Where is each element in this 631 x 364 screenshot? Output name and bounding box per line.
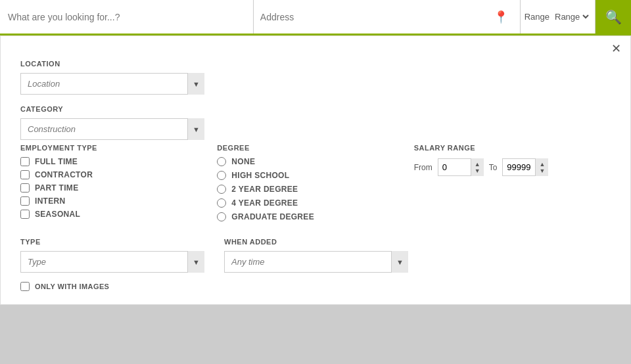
category-section-label: CATEGORY [20, 105, 611, 113]
category-select-wrap: Construction Technology Healthcare Finan… [20, 118, 204, 140]
location-select-wrap: Location New York Los Angeles Chicago ▼ [20, 73, 204, 95]
category-select[interactable]: Construction Technology Healthcare Finan… [20, 118, 204, 140]
degree-4year-radio[interactable] [217, 198, 226, 208]
only-images-label: ONLY WITH IMAGES [35, 283, 109, 290]
when-select-wrap: Any time Today Last 3 days Last week Las… [224, 251, 408, 273]
degree-graduate-label: GRADUATE DEGREE [231, 212, 314, 221]
salary-col: SALARY RANGE From 0 ▲▼ To 99999 ▲▼ [414, 144, 611, 226]
range-wrap: Range Range 5 mi 10 mi 25 mi 50 mi [521, 0, 596, 34]
type-select[interactable]: Type Full Time Part Time Contract [20, 251, 204, 273]
degree-graduate-item[interactable]: GRADUATE DEGREE [217, 212, 413, 221]
degree-none-label: NONE [231, 157, 255, 166]
salary-label: SALARY RANGE [414, 144, 611, 152]
salary-from-wrap: 0 ▲▼ [438, 158, 484, 176]
only-images-checkbox[interactable] [20, 282, 30, 291]
fulltime-label: FULL TIME [35, 157, 78, 166]
when-select[interactable]: Any time Today Last 3 days Last week Las… [224, 251, 408, 273]
contractor-checkbox[interactable] [20, 170, 30, 179]
salary-to-label: To [489, 163, 498, 172]
intern-checkbox[interactable] [20, 196, 30, 206]
search-button[interactable]: 🔍 [596, 0, 631, 34]
degree-label: DEGREE [217, 144, 413, 152]
salary-from-spinner[interactable]: ▲▼ [471, 158, 484, 176]
header-bar: 📍 Range Range 5 mi 10 mi 25 mi 50 mi 🔍 [0, 0, 631, 35]
seasonal-checkbox[interactable] [20, 210, 30, 219]
close-button[interactable]: ✕ [611, 43, 621, 55]
range-label: Range [525, 12, 549, 22]
salary-row: From 0 ▲▼ To 99999 ▲▼ [414, 158, 611, 176]
degree-2year-radio[interactable] [217, 185, 226, 194]
intern-item[interactable]: INTERN [20, 196, 217, 206]
search-icon: 🔍 [605, 9, 622, 25]
employment-col: EMPLOYMENT TYPE FULL TIME CONTRACTOR PAR… [20, 144, 217, 226]
degree-2year-label: 2 YEAR DEGREE [231, 185, 298, 194]
contractor-item[interactable]: CONTRACTOR [20, 170, 217, 179]
when-wrap: WHEN ADDED Any time Today Last 3 days La… [224, 238, 408, 273]
degree-none-radio[interactable] [217, 157, 226, 166]
type-wrap: TYPE Type Full Time Part Time Contract ▼ [20, 238, 204, 273]
parttime-label: PART TIME [35, 183, 78, 193]
intern-label: INTERN [35, 196, 65, 206]
employment-label: EMPLOYMENT TYPE [20, 144, 217, 152]
columns-section: EMPLOYMENT TYPE FULL TIME CONTRACTOR PAR… [20, 144, 611, 226]
degree-4year-label: 4 YEAR DEGREE [231, 198, 298, 208]
salary-from-label: From [414, 163, 432, 172]
parttime-checkbox[interactable] [20, 183, 30, 193]
fulltime-item[interactable]: FULL TIME [20, 157, 217, 166]
parttime-item[interactable]: PART TIME [20, 183, 217, 193]
degree-graduate-radio[interactable] [217, 212, 226, 221]
salary-to-wrap: 99999 ▲▼ [502, 158, 548, 176]
degree-highschool-label: HIGH SCHOOL [231, 171, 289, 180]
degree-4year-item[interactable]: 4 YEAR DEGREE [217, 198, 413, 208]
range-select[interactable]: Range 5 mi 10 mi 25 mi 50 mi [552, 11, 591, 22]
location-pin-icon: 📍 [494, 10, 508, 24]
seasonal-label: SEASONAL [35, 210, 80, 219]
fulltime-checkbox[interactable] [20, 157, 30, 166]
when-label: WHEN ADDED [224, 238, 408, 246]
search-input-wrap [0, 0, 254, 34]
address-input[interactable] [260, 12, 494, 22]
degree-col: DEGREE NONE HIGH SCHOOL 2 YEAR DEGREE 4 … [217, 144, 413, 226]
seasonal-item[interactable]: SEASONAL [20, 210, 217, 219]
contractor-label: CONTRACTOR [35, 170, 93, 179]
degree-none-item[interactable]: NONE [217, 157, 413, 166]
only-images-row: ONLY WITH IMAGES [20, 282, 611, 291]
location-section-label: LOCATION [20, 60, 611, 68]
address-wrap: 📍 [254, 0, 521, 34]
type-select-wrap: Type Full Time Part Time Contract ▼ [20, 251, 204, 273]
type-label: TYPE [20, 238, 204, 246]
degree-highschool-radio[interactable] [217, 171, 226, 180]
bottom-row: TYPE Type Full Time Part Time Contract ▼… [20, 238, 611, 273]
filter-panel: ✕ LOCATION Location New York Los Angeles… [0, 35, 631, 305]
search-input[interactable] [0, 0, 253, 34]
degree-highschool-item[interactable]: HIGH SCHOOL [217, 171, 413, 180]
salary-to-spinner[interactable]: ▲▼ [535, 158, 548, 176]
location-select[interactable]: Location New York Los Angeles Chicago [20, 73, 204, 95]
degree-2year-item[interactable]: 2 YEAR DEGREE [217, 185, 413, 194]
